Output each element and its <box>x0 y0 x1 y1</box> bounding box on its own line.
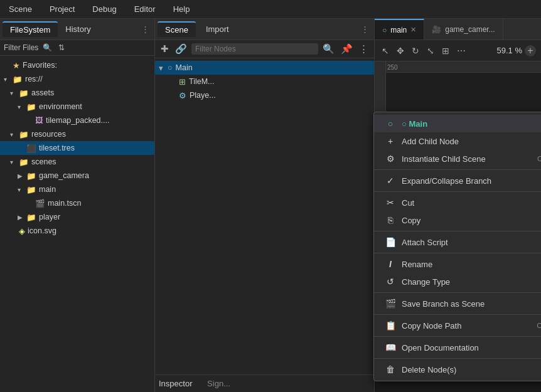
select-tool-icon[interactable]: ↖ <box>380 45 391 56</box>
ctx-copy[interactable]: ⎘ Copy Ctrl+C <box>374 211 541 229</box>
right-area: Scene Import ⋮ ✚ 🔗 🔍 📌 ⋮ ▾ ○ <box>155 19 541 392</box>
filter-pin-icon[interactable]: 📌 <box>339 43 355 55</box>
ctx-instantiate-child-scene[interactable]: ⚙ Instantiate Child Scene Ctrl+Shift+A <box>374 150 541 167</box>
ctx-copy-path-icon: 📋 <box>384 320 397 331</box>
filter-search-icon[interactable]: 🔍 <box>321 43 336 55</box>
tab-scene[interactable]: Scene <box>158 21 196 37</box>
editor-toolbar: ↖ ✥ ↻ ⤡ ⊞ ⋯ 59.1 % + <box>375 40 541 61</box>
ctx-change-type[interactable]: ↺ Change Type <box>374 273 541 290</box>
ruler-horizontal: 250 <box>375 61 541 73</box>
ctx-open-docs[interactable]: 📖 Open Documentation <box>374 339 541 356</box>
extra-tool-icon[interactable]: ⋯ <box>455 45 468 56</box>
tree-item-resources[interactable]: ▾ 📁 resources <box>0 127 154 141</box>
ruler-mark: 250 <box>387 64 398 71</box>
ctx-docs-icon: 📖 <box>384 342 397 352</box>
link-icon[interactable]: 🔗 <box>173 43 189 55</box>
tree-item-tileset[interactable]: ⬛ tileset.tres <box>0 141 154 155</box>
tree-item-icon-svg[interactable]: ◈ icon.svg <box>0 224 154 238</box>
ctx-rename-label: Rename <box>402 260 432 269</box>
ctx-change-type-label: Change Type <box>402 277 450 287</box>
tab-filesystem[interactable]: FileSystem <box>3 21 58 37</box>
main-layout: FileSystem History ⋮ Filter Files 🔍 ⇅ ★ … <box>0 19 541 392</box>
ctx-sep-5 <box>374 292 541 293</box>
scene-node-tilemap-label: TileM... <box>189 77 215 86</box>
ctx-copy-label: Copy <box>402 216 420 225</box>
ctx-expand-collapse[interactable]: ✓ Expand/Collapse Branch <box>374 172 541 189</box>
ctx-sep-2 <box>374 191 541 192</box>
scene-options-icon[interactable]: ⋮ <box>357 43 370 55</box>
ctx-sep-3 <box>374 231 541 231</box>
scene-tree: ▾ ○ Main ⊞ TileM... ⚙ Playe... <box>155 58 374 374</box>
panel-options-icon[interactable]: ⋮ <box>139 24 152 34</box>
tab-import[interactable]: Import <box>198 22 237 36</box>
tab-history[interactable]: History <box>58 22 98 36</box>
zoom-display: 59.1 % + <box>497 45 536 56</box>
menu-editor[interactable]: Editor <box>131 3 159 15</box>
scene-panel-icon-bar: ✚ 🔗 🔍 📌 ⋮ <box>155 40 374 58</box>
scale-tool-icon[interactable]: ⤡ <box>425 45 436 56</box>
tree-item-main-tscn[interactable]: 🎬 main.tscn <box>0 196 154 210</box>
ctx-attach-label: Attach Script <box>402 238 448 247</box>
menu-debug[interactable]: Debug <box>88 3 120 15</box>
tab-main-label: main <box>390 26 407 34</box>
menu-help[interactable]: Help <box>169 3 194 15</box>
ctx-cut[interactable]: ✂ Cut Ctrl+X <box>374 194 541 211</box>
left-panel: FileSystem History ⋮ Filter Files 🔍 ⇅ ★ … <box>0 19 155 392</box>
ctx-expand-label: Expand/Collapse Branch <box>402 176 491 186</box>
menu-scene[interactable]: Scene <box>5 3 36 15</box>
editor-tab-main[interactable]: ○ main ✕ <box>375 19 424 40</box>
ctx-save-branch[interactable]: 🎬 Save Branch as Scene <box>374 295 541 312</box>
ctx-attach-script[interactable]: 📄 Attach Script <box>374 233 541 251</box>
ctx-copy-node-path[interactable]: 📋 Copy Node Path Ctrl+Shift+C <box>374 317 541 334</box>
filesystem-tree: ★ Favorites: ▾ 📁 res:// ▾ 📁 assets ▾ 📁 e… <box>0 56 154 392</box>
ctx-add-child-label: Add Child Node <box>402 137 459 146</box>
tree-item-tilemap-packed[interactable]: 🖼 tilemap_packed.... <box>0 114 154 127</box>
transform-icon[interactable]: ⊞ <box>440 45 451 56</box>
tree-item-main-folder[interactable]: ▾ 📁 main <box>0 183 154 196</box>
scene-node-main[interactable]: ▾ ○ Main <box>155 61 374 75</box>
scene-node-tilemap[interactable]: ⊞ TileM... <box>155 75 374 88</box>
search-icon[interactable]: 🔍 <box>41 43 54 53</box>
ctx-delete-icon: 🗑 <box>384 364 397 374</box>
ctx-header: ○ ○ Main <box>374 115 541 132</box>
inspector-area: Inspector Sign... <box>155 374 374 392</box>
editor-tab-game-camera[interactable]: 🎥 game_camer... <box>424 19 503 40</box>
move-tool-icon[interactable]: ✥ <box>395 45 406 56</box>
scene-panel-tabs: Scene Import ⋮ <box>155 19 374 40</box>
signals-label: Sign... <box>207 379 230 388</box>
scene-area: Scene Import ⋮ ✚ 🔗 🔍 📌 ⋮ ▾ ○ <box>155 19 541 392</box>
zoom-value: 59.1 % <box>497 46 522 55</box>
tree-item-environment[interactable]: ▾ 📁 environment <box>0 100 154 114</box>
top-menubar: Scene Project Debug Editor Help <box>0 0 541 19</box>
filter-nodes-input[interactable] <box>191 43 318 55</box>
ctx-delete-nodes[interactable]: 🗑 Delete Node(s) Delete <box>374 361 541 378</box>
tree-item-game-camera[interactable]: ▶ 📁 game_camera <box>0 169 154 183</box>
ctx-expand-icon: ✓ <box>384 176 397 186</box>
ctx-rename[interactable]: I Rename F2 <box>374 255 541 273</box>
ctx-instantiate-icon: ⚙ <box>384 154 397 164</box>
menu-project[interactable]: Project <box>46 3 78 15</box>
ctx-add-child-node[interactable]: + Add Child Node Ctrl+A <box>374 132 541 150</box>
inspector-label: Inspector <box>159 379 192 388</box>
tree-item-scenes[interactable]: ▾ 📁 scenes <box>0 155 154 169</box>
ctx-attach-icon: 📄 <box>384 237 397 247</box>
ctx-save-branch-icon: 🎬 <box>384 299 397 309</box>
tab-main-close[interactable]: ✕ <box>410 26 416 34</box>
ctx-delete-label: Delete Node(s) <box>402 365 456 374</box>
tree-item-player[interactable]: ▶ 📁 player <box>0 210 154 224</box>
scene-node-main-label: Main <box>176 63 193 72</box>
tree-item-res[interactable]: ▾ 📁 res:// <box>0 72 154 86</box>
sort-icon[interactable]: ⇅ <box>56 43 67 53</box>
scene-node-player[interactable]: ⚙ Playe... <box>155 88 374 102</box>
ctx-save-branch-label: Save Branch as Scene <box>402 299 485 309</box>
scene-panel-options-icon[interactable]: ⋮ <box>358 24 372 34</box>
rotate-tool-icon[interactable]: ↻ <box>410 45 421 56</box>
favorites-header[interactable]: ★ Favorites: <box>0 58 154 72</box>
ctx-copy-icon: ⎘ <box>384 215 397 225</box>
add-node-icon[interactable]: ✚ <box>159 43 171 55</box>
ctx-copy-path-shortcut: Ctrl+Shift+C <box>537 322 541 329</box>
tree-item-assets[interactable]: ▾ 📁 assets <box>0 86 154 100</box>
zoom-plus-button[interactable]: + <box>525 45 536 56</box>
filter-files-label: Filter Files <box>4 43 38 52</box>
ctx-header-label: ○ Main <box>402 119 427 129</box>
